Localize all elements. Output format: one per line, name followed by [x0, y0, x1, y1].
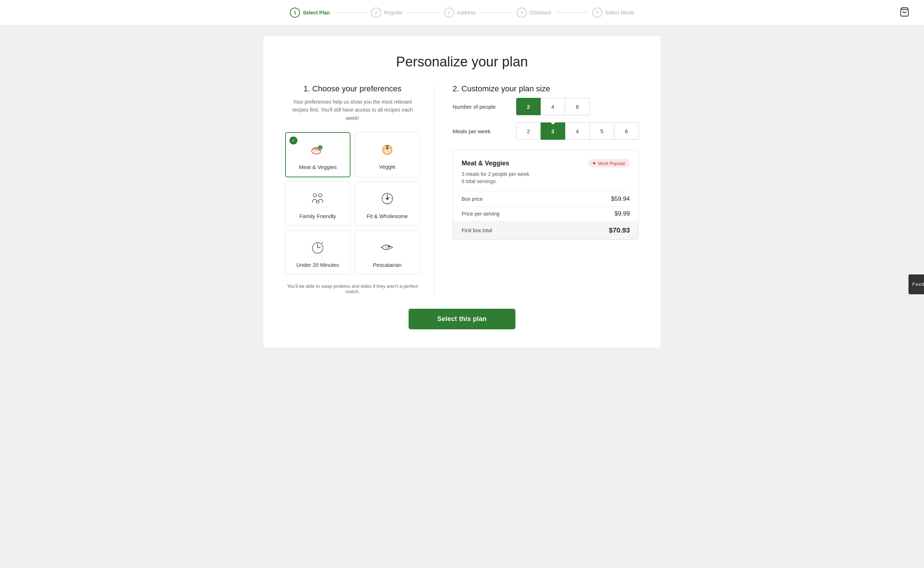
per-serving-value: $9.99 [614, 210, 630, 218]
people-label: Number of people [453, 104, 510, 110]
most-popular-label: Most Popular [598, 161, 626, 166]
step-label-5: Select Meals [605, 10, 634, 15]
step-circle-3: 3 [444, 8, 454, 18]
step-select-plan[interactable]: 1 Select Plan [290, 8, 330, 18]
box-price-label: Box price [462, 196, 482, 202]
summary-servings: 6 total servings [462, 178, 630, 184]
meals-label: Meals per week [453, 128, 510, 134]
people-option-row: Number of people 246 [453, 98, 639, 115]
people-buttons: 246 [516, 98, 590, 115]
summary-box: Meat & Veggies ♥ Most Popular 3 meals fo… [453, 150, 639, 240]
summary-description: 3 meals for 2 people per week [462, 171, 630, 177]
step-circle-5: 5 [592, 8, 602, 18]
preferences-section-title: 1. Choose your preferences [285, 84, 420, 94]
feedback-tab[interactable]: Feedback [909, 274, 924, 294]
main-content: Personalize your plan 1. Choose your pre… [0, 25, 924, 369]
cart-icon[interactable] [900, 7, 910, 18]
svg-point-2 [318, 145, 322, 150]
meals-option-4[interactable]: 4 [565, 122, 590, 140]
preferences-grid: ✓ Meat & Veggies Veggie [285, 132, 420, 275]
pref-card-family-friendly[interactable]: Family Friendly [285, 181, 350, 226]
preferences-column: 1. Choose your preferences Your preferen… [285, 84, 434, 294]
step-line-1 [334, 12, 367, 13]
popular-dot [551, 121, 555, 124]
step-circle-4: 4 [517, 8, 527, 18]
per-serving-label: Price per serving [462, 211, 499, 217]
step-label-2: Register [384, 10, 403, 15]
step-address[interactable]: 3 Address [444, 8, 475, 18]
pref-label-under-20: Under 20 Minutes [296, 262, 339, 268]
svg-point-6 [319, 193, 322, 197]
meals-option-6[interactable]: 6 [614, 122, 639, 140]
meals-option-row: Meals per week 23456 [453, 122, 639, 140]
first-box-value: $70.93 [609, 227, 630, 234]
most-popular-badge: ♥ Most Popular [588, 159, 630, 168]
svg-line-14 [318, 247, 321, 248]
step-register[interactable]: 2 Register [371, 8, 403, 18]
pref-icon-fit-wholesome [379, 191, 395, 209]
meals-option-2[interactable]: 2 [516, 122, 541, 140]
customize-section-title: 2. Customize your plan size [453, 84, 639, 94]
preferences-section-desc: Your preferences help us show you the mo… [285, 98, 420, 122]
pref-icon-under-20 [310, 239, 326, 257]
pref-label-meat-veggies: Meat & Veggies [299, 164, 337, 170]
box-price-value: $59.94 [611, 195, 630, 202]
per-serving-row: Price per serving $9.99 [462, 206, 630, 221]
step-checkout[interactable]: 4 Checkout [517, 8, 551, 18]
box-price-row: Box price $59.94 [462, 191, 630, 206]
meals-option-5[interactable]: 5 [590, 122, 614, 140]
pref-card-fit-wholesome[interactable]: Fit & Wholesome [355, 181, 420, 226]
summary-plan-name: Meat & Veggies [462, 160, 509, 167]
pref-icon-meat-veggies [310, 142, 326, 160]
stepper: 1 Select Plan 2 Register 3 Address 4 Che… [290, 8, 634, 18]
pref-label-veggie: Veggie [379, 163, 396, 170]
step-select-meals[interactable]: 5 Select Meals [592, 8, 634, 18]
pref-label-fit-wholesome: Fit & Wholesome [367, 213, 408, 219]
people-option-4[interactable]: 4 [541, 98, 565, 115]
step-line-4 [555, 12, 588, 13]
people-option-2[interactable]: 2 [516, 98, 541, 115]
pref-label-family-friendly: Family Friendly [299, 213, 336, 219]
step-label-4: Checkout [529, 10, 551, 15]
pref-card-veggie[interactable]: Veggie [355, 132, 420, 177]
first-box-label: First box total [462, 228, 492, 233]
step-label-3: Address [457, 10, 475, 15]
select-plan-button[interactable]: Select this plan [408, 309, 516, 329]
first-box-total-row: First box total $70.93 [453, 221, 639, 239]
select-plan-button-wrap: Select this plan [285, 309, 639, 329]
meals-option-3[interactable]: 3 [541, 122, 565, 140]
pref-card-under-20[interactable]: Under 20 Minutes [285, 230, 350, 275]
meals-buttons: 23456 [516, 122, 639, 140]
plan-card: Personalize your plan 1. Choose your pre… [264, 36, 660, 347]
svg-point-5 [313, 193, 317, 197]
page-title: Personalize your plan [285, 54, 639, 70]
pref-icon-family-friendly [310, 191, 326, 209]
header: 1 Select Plan 2 Register 3 Address 4 Che… [0, 0, 924, 25]
step-line-3 [480, 12, 512, 13]
step-label-1: Select Plan [303, 10, 330, 15]
step-line-2 [407, 12, 440, 13]
pref-icon-pescatarian [379, 239, 395, 257]
step-circle-2: 2 [371, 8, 381, 18]
check-badge: ✓ [289, 136, 297, 144]
pref-card-pescatarian[interactable]: Pescatarian [355, 230, 420, 275]
customize-column: 2. Customize your plan size Number of pe… [434, 84, 639, 294]
pref-label-pescatarian: Pescatarian [373, 262, 401, 268]
svg-point-16 [388, 246, 390, 248]
step-circle-1: 1 [290, 8, 300, 18]
pref-icon-veggie [379, 141, 395, 159]
people-option-6[interactable]: 6 [565, 98, 590, 115]
pref-card-meat-veggies[interactable]: ✓ Meat & Veggies [285, 132, 350, 177]
swap-note: You'll be able to swap proteins and side… [285, 284, 420, 294]
